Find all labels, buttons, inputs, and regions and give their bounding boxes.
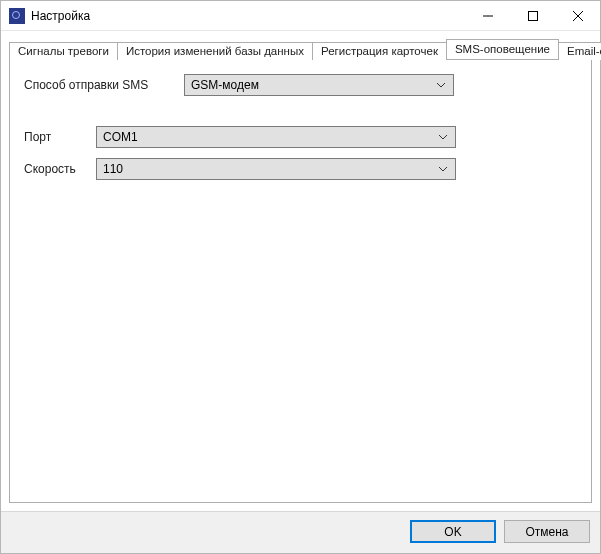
tab-email-notify[interactable]: Email-о	[558, 42, 601, 60]
window-title: Настройка	[31, 9, 90, 23]
chevron-down-icon	[435, 127, 451, 147]
dialog-footer: OK Отмена	[1, 511, 600, 553]
chevron-down-icon	[433, 75, 449, 95]
tab-panel-sms: Способ отправки SMS GSM-модем Порт COM1	[9, 59, 592, 503]
chevron-down-icon	[435, 159, 451, 179]
combo-send-method[interactable]: GSM-модем	[184, 74, 454, 96]
title-bar: Настройка	[1, 1, 600, 31]
label-port: Порт	[24, 130, 96, 144]
combo-port-value: COM1	[103, 130, 435, 144]
maximize-button[interactable]	[510, 1, 555, 30]
row-send-method: Способ отправки SMS GSM-модем	[24, 74, 577, 96]
tab-card-registration[interactable]: Регистрация карточек	[312, 42, 447, 60]
svg-line-3	[573, 11, 583, 21]
combo-send-method-value: GSM-модем	[191, 78, 433, 92]
combo-speed[interactable]: 110	[96, 158, 456, 180]
row-speed: Скорость 110	[24, 158, 577, 180]
tab-alarms[interactable]: Сигналы тревоги	[9, 42, 118, 60]
close-button[interactable]	[555, 1, 600, 30]
label-speed: Скорость	[24, 162, 96, 176]
tab-sms-notify[interactable]: SMS-оповещение	[446, 39, 559, 59]
close-icon	[573, 11, 583, 21]
combo-speed-value: 110	[103, 162, 435, 176]
app-icon	[9, 8, 25, 24]
dialog-body: Сигналы тревоги История изменений базы д…	[1, 31, 600, 511]
tab-bar: Сигналы тревоги История изменений базы д…	[9, 37, 592, 59]
settings-window: Настройка Сигналы тревоги История измене…	[0, 0, 601, 554]
label-send-method: Способ отправки SMS	[24, 78, 184, 92]
svg-line-2	[573, 11, 583, 21]
minimize-icon	[483, 11, 493, 21]
maximize-icon	[528, 11, 538, 21]
svg-rect-1	[528, 11, 537, 20]
cancel-button[interactable]: Отмена	[504, 520, 590, 543]
tab-db-history[interactable]: История изменений базы данных	[117, 42, 313, 60]
row-port: Порт COM1	[24, 126, 577, 148]
minimize-button[interactable]	[465, 1, 510, 30]
combo-port[interactable]: COM1	[96, 126, 456, 148]
ok-button[interactable]: OK	[410, 520, 496, 543]
